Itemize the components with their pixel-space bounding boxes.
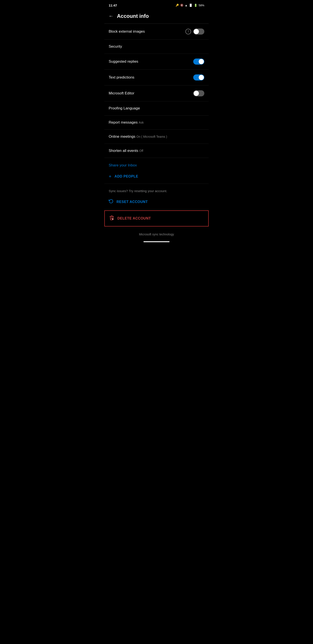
battery-percent: 58%: [199, 4, 204, 7]
security-label: Security: [109, 44, 122, 48]
share-inbox-section: Share your Inbox: [104, 158, 209, 169]
block-external-images-item[interactable]: Block external images ?: [104, 24, 209, 40]
block-external-images-label: Block external images: [109, 29, 145, 34]
add-people-label: ADD PEOPLE: [115, 174, 138, 178]
status-bar: 11:47 🔑 🔇 ▲ ▐▌ 🔋 58%: [104, 0, 209, 10]
sync-info-text: Sync issues? Try resetting your account.: [104, 184, 209, 194]
toggle-thumb: [199, 75, 204, 80]
online-meetings-sublabel: On ( Microsoft Teams ): [136, 135, 167, 138]
delete-account-item[interactable]: DELETE ACCOUNT: [104, 210, 209, 226]
back-button[interactable]: ←: [109, 13, 113, 19]
suggested-replies-item[interactable]: Suggested replies: [104, 54, 209, 70]
home-indicator: [104, 240, 209, 246]
mute-icon: 🔇: [180, 4, 183, 7]
reset-account-label: RESET ACCOUNT: [116, 200, 148, 204]
proofing-language-item[interactable]: Proofing Language: [104, 102, 209, 116]
text-predictions-item[interactable]: Text predictions: [104, 70, 209, 86]
page-title: Account info: [117, 13, 149, 19]
shorten-all-events-item[interactable]: Shorten all events Off: [104, 144, 209, 158]
report-messages-sublabel: Ask: [139, 121, 144, 124]
suggested-replies-label: Suggested replies: [109, 60, 138, 64]
toggle-thumb: [194, 91, 199, 96]
status-time: 11:47: [109, 4, 117, 7]
microsoft-editor-toggle[interactable]: [193, 90, 204, 96]
reset-account-item[interactable]: RESET ACCOUNT: [104, 194, 209, 210]
key-icon: 🔑: [176, 4, 179, 7]
delete-account-label: DELETE ACCOUNT: [117, 216, 151, 220]
microsoft-editor-item[interactable]: Microsoft Editor: [104, 86, 209, 102]
footer: Microsoft sync technology: [104, 227, 209, 240]
security-item[interactable]: Security: [104, 40, 209, 54]
status-icons: 🔑 🔇 ▲ ▐▌ 🔋 58%: [176, 4, 204, 7]
toggle-thumb: [194, 29, 199, 34]
toggle-thumb: [199, 59, 204, 64]
report-messages-item[interactable]: Report messages Ask: [104, 116, 209, 130]
online-meetings-label: Online meetings: [109, 134, 135, 138]
delete-icon: [109, 215, 114, 222]
proofing-language-label: Proofing Language: [109, 106, 140, 110]
shorten-all-events-sublabel: Off: [139, 149, 143, 152]
text-predictions-label: Text predictions: [109, 75, 134, 80]
text-predictions-toggle[interactable]: [193, 74, 204, 80]
add-icon: +: [109, 174, 111, 179]
footer-text: Microsoft sync technology: [139, 232, 174, 236]
share-inbox-link[interactable]: Share your Inbox: [109, 163, 137, 167]
block-external-images-toggle[interactable]: [193, 28, 204, 34]
suggested-replies-toggle[interactable]: [193, 58, 204, 64]
battery-icon: 🔋: [194, 4, 197, 7]
shorten-all-events-label: Shorten all events: [109, 148, 138, 153]
wifi-icon: ▲: [185, 4, 188, 7]
signal-icon: ▐▌: [189, 4, 193, 7]
online-meetings-item[interactable]: Online meetings On ( Microsoft Teams ): [104, 130, 209, 144]
add-people-item[interactable]: + ADD PEOPLE: [104, 169, 209, 184]
help-icon[interactable]: ?: [185, 29, 191, 34]
settings-list: Block external images ? Security Suggest…: [104, 24, 209, 158]
home-indicator-bar: [143, 241, 170, 242]
report-messages-label: Report messages: [109, 120, 138, 124]
microsoft-editor-label: Microsoft Editor: [109, 91, 134, 96]
header: ← Account info: [104, 10, 209, 24]
reset-icon: [109, 199, 113, 205]
